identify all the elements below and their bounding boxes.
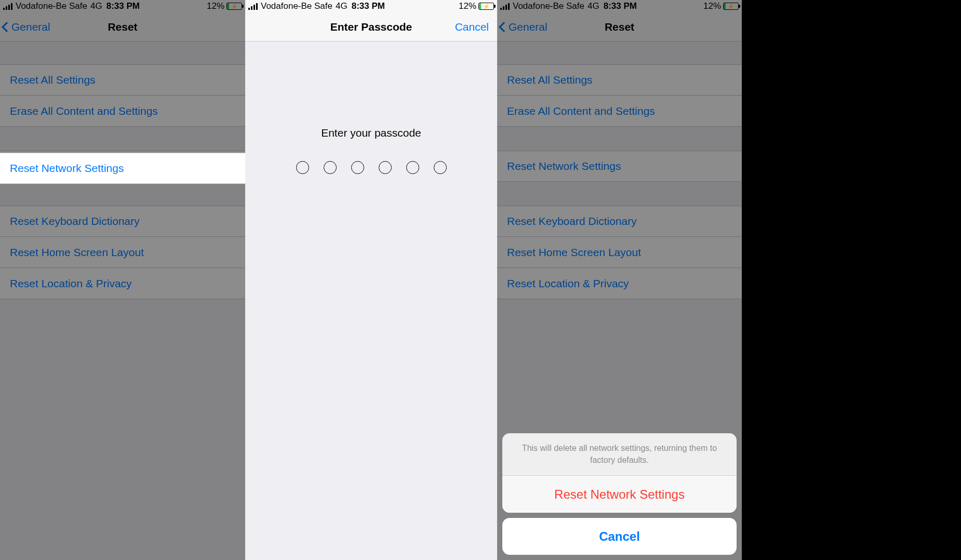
signal-icon (248, 3, 258, 10)
confirm-reset-network-button[interactable]: Reset Network Settings (502, 476, 737, 513)
dim-overlay (0, 0, 245, 560)
panel-enter-passcode: Vodafone-Be Safe 4G 8:33 PM 12% ⚡ Enter … (245, 0, 497, 560)
action-sheet-message: This will delete all network settings, r… (502, 433, 737, 476)
battery-pct: 12% (459, 1, 476, 11)
passcode-dot (434, 161, 447, 174)
reset-network-settings-highlight[interactable]: Reset Network Settings (0, 153, 245, 184)
status-time: 8:33 PM (352, 1, 385, 11)
passcode-entry: Enter your passcode (245, 42, 497, 560)
panel-reset-settings: Vodafone-Be Safe 4G 8:33 PM 12% ⚡ Genera… (0, 0, 245, 560)
battery-icon: ⚡ (478, 3, 494, 10)
passcode-dot (379, 161, 392, 174)
passcode-dot (324, 161, 337, 174)
passcode-dot (406, 161, 419, 174)
passcode-dots[interactable] (296, 161, 447, 174)
passcode-dot (296, 161, 309, 174)
carrier-label: Vodafone-Be Safe (261, 1, 332, 11)
network-label: 4G (336, 1, 348, 11)
cancel-button[interactable]: Cancel (455, 21, 489, 33)
action-sheet: This will delete all network settings, r… (497, 428, 742, 560)
action-sheet-cancel-button[interactable]: Cancel (502, 518, 737, 555)
page-title: Enter Passcode (330, 21, 412, 33)
nav-bar: Enter Passcode Cancel (245, 12, 497, 42)
panel-confirm-reset: Vodafone-Be Safe 4G 8:33 PM 12% ⚡ Genera… (497, 0, 742, 560)
passcode-dot (351, 161, 364, 174)
status-bar: Vodafone-Be Safe 4G 8:33 PM 12% ⚡ (245, 0, 497, 12)
passcode-prompt: Enter your passcode (321, 127, 421, 139)
